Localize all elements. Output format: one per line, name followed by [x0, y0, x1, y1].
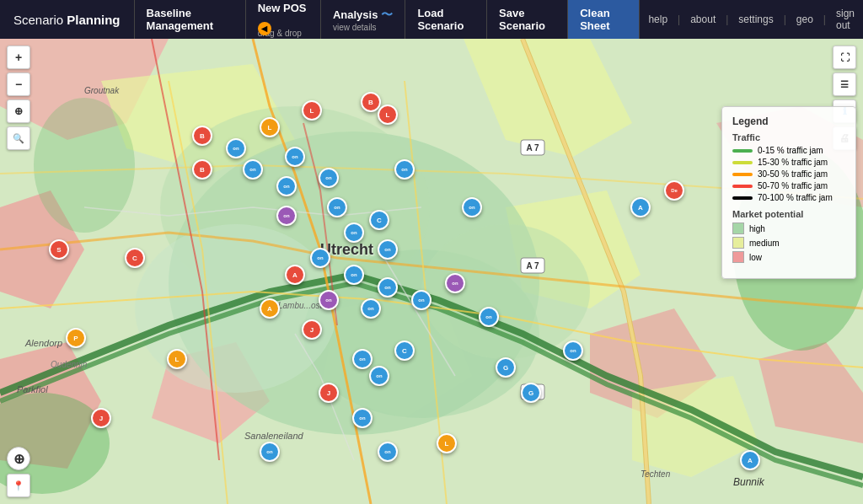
store-pin[interactable]: on [394, 159, 415, 180]
legend-market-item: low [732, 251, 845, 263]
store-pin[interactable]: on [369, 366, 389, 386]
store-pin[interactable]: L [437, 433, 457, 453]
store-pin[interactable]: G [496, 357, 516, 378]
store-pin[interactable]: on [344, 265, 364, 285]
store-pin[interactable]: on [378, 277, 398, 298]
store-pin[interactable]: on [563, 340, 583, 361]
map[interactable]: A 7 A 7 A 7 Alendorp Parkfiol Oudenrijn … [0, 39, 863, 504]
legend-market-color [732, 237, 744, 249]
location-button[interactable]: ⊕ [7, 99, 30, 123]
store-pin[interactable]: on [327, 197, 347, 217]
store-pin[interactable]: De [664, 180, 684, 201]
nav-divider: | [823, 13, 826, 25]
store-pin[interactable]: A [260, 298, 280, 319]
store-pin[interactable]: on [378, 442, 398, 462]
store-pin[interactable]: J [302, 319, 322, 340]
nav-item-baseline[interactable]: Baseline Management [135, 0, 246, 39]
store-pin[interactable]: L [167, 349, 187, 369]
store-pin[interactable]: J [319, 383, 339, 403]
store-pin[interactable]: on [310, 248, 330, 268]
nav-right-about[interactable]: about [690, 13, 716, 25]
store-pin[interactable]: on [462, 197, 482, 217]
store-pin[interactable]: C [394, 340, 415, 361]
legend-market-items: highmediumlow [732, 223, 845, 263]
legend-market-color [732, 223, 744, 234]
nav-divider: | [678, 13, 680, 25]
store-pin[interactable]: B [361, 92, 381, 112]
nav-group: Baseline ManagementNew POS◀drag & dropAn… [135, 0, 641, 39]
compass-button[interactable]: ⊕ [7, 447, 30, 470]
store-pin[interactable]: on [260, 442, 280, 462]
legend-traffic-color [732, 173, 753, 176]
zoom-out-button[interactable]: − [7, 72, 30, 96]
new-pos-badge: ◀ [258, 22, 271, 35]
svg-point-17 [421, 224, 590, 359]
zoom-in-button[interactable]: + [7, 46, 30, 69]
store-pin[interactable]: B [192, 126, 212, 146]
nav-label-clean-sheet: Clean Sheet [580, 7, 627, 32]
legend-traffic-label: 70-100 % traffic jam [758, 193, 833, 202]
store-pin[interactable]: on [243, 159, 263, 180]
store-pin[interactable]: J [91, 408, 111, 428]
store-pin[interactable]: A [630, 197, 651, 217]
store-pin[interactable]: on [352, 408, 373, 428]
store-pin[interactable]: C [125, 248, 145, 268]
nav-label-save-scenario: Save Scenario [499, 7, 555, 32]
store-pin[interactable]: L [378, 105, 398, 125]
store-pin[interactable]: on [479, 307, 499, 327]
search-button[interactable]: 🔍 [7, 126, 30, 150]
store-pin[interactable]: on [344, 223, 364, 243]
svg-text:A 7: A 7 [526, 261, 539, 271]
brand-scenario: Scenario [13, 13, 63, 27]
nav-item-load-scenario[interactable]: Load Scenario [405, 0, 487, 39]
store-pin[interactable]: on [276, 176, 297, 196]
store-pin[interactable]: B [192, 159, 212, 180]
store-pin[interactable]: on [285, 147, 305, 167]
svg-text:A 7: A 7 [526, 143, 539, 153]
store-pin[interactable]: A [740, 450, 760, 470]
nav-right-help[interactable]: help [648, 13, 667, 25]
store-pin[interactable]: S [49, 239, 69, 260]
store-pin[interactable]: P [66, 328, 86, 348]
legend-traffic-item: 15-30 % traffic jam [732, 158, 845, 167]
store-pin[interactable]: A [285, 265, 305, 285]
store-pin[interactable]: on [378, 239, 398, 260]
nav-right-geo[interactable]: geo [796, 13, 813, 25]
store-pin[interactable]: on [361, 298, 381, 319]
store-pin[interactable]: G [521, 383, 541, 403]
legend-traffic-item: 70-100 % traffic jam [732, 193, 845, 202]
legend: Legend Traffic 0-15 % traffic jam15-30 %… [721, 106, 856, 279]
store-pin[interactable]: on [319, 168, 339, 188]
nav-label-new-pos: New POS◀ [258, 2, 308, 29]
legend-traffic-color [732, 185, 753, 188]
layers-button[interactable]: ☰ [833, 72, 856, 96]
nav-divider: | [726, 13, 728, 25]
nav-item-analysis[interactable]: Analysis〜view details [321, 0, 405, 39]
nav-item-new-pos[interactable]: New POS◀drag & drop [246, 0, 321, 39]
fullscreen-button[interactable]: ⛶ [833, 46, 856, 69]
legend-market-label: low [749, 253, 762, 262]
store-pin[interactable]: L [260, 117, 280, 137]
nav-right-settings[interactable]: settings [738, 13, 773, 25]
store-pin[interactable]: on [276, 206, 297, 226]
nav-label-analysis: Analysis〜 [333, 8, 393, 23]
nav-right-sign-out[interactable]: sign out [836, 8, 855, 31]
nav-divider: | [784, 13, 786, 25]
store-pin[interactable]: on [352, 349, 373, 369]
svg-text:Lambu...ost: Lambu...ost [278, 301, 323, 310]
nav-item-save-scenario[interactable]: Save Scenario [487, 0, 568, 39]
legend-title: Legend [732, 115, 845, 127]
map-controls-left: + − ⊕ 🔍 [7, 46, 30, 150]
store-pin[interactable]: on [445, 273, 465, 293]
store-pin[interactable]: on [226, 138, 246, 158]
store-pin[interactable]: L [302, 100, 322, 121]
legend-traffic-color [732, 149, 753, 153]
store-pin[interactable]: on [319, 290, 339, 310]
legend-market-item: high [732, 223, 845, 234]
nav-item-clean-sheet[interactable]: Clean Sheet [568, 0, 640, 39]
store-pin[interactable]: on [411, 290, 432, 310]
legend-traffic-label: 30-50 % traffic jam [758, 169, 828, 179]
store-pin[interactable]: C [369, 210, 389, 230]
nav-label-load-scenario: Load Scenario [417, 7, 474, 32]
map-pin-button[interactable]: 📍 [7, 474, 30, 497]
